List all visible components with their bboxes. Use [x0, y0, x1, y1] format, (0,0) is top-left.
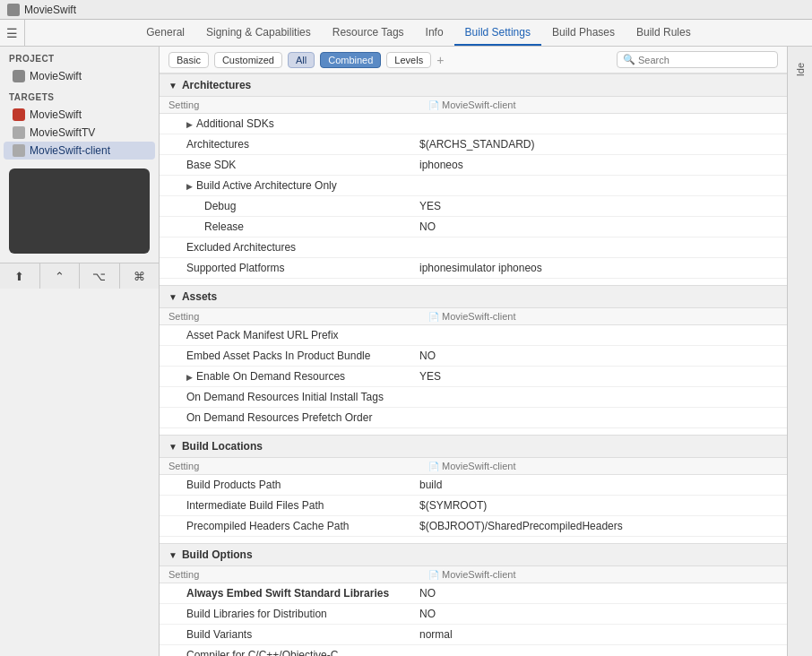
target-doc-icon: 📄	[428, 100, 439, 110]
table-row[interactable]: Build Variantsnormal	[160, 625, 787, 645]
expand-icon: ▶	[186, 373, 193, 382]
sidebar-preview	[9, 168, 150, 254]
setting-value-cell: iphoneos	[410, 155, 787, 176]
top-nav: ☰ GeneralSigning & CapabilitiesResource …	[0, 20, 812, 47]
table-row[interactable]: Asset Pack Manifest URL Prefix	[160, 325, 787, 346]
setting-value-cell	[410, 645, 787, 657]
tab-resource-tags[interactable]: Resource Tags	[322, 20, 415, 46]
setting-name-cell: Excluded Architectures	[160, 237, 410, 258]
table-row[interactable]: ▶Additional SDKs	[160, 114, 787, 134]
settings-table: ▼ArchitecturesSetting📄MovieSwift-client▶…	[160, 73, 787, 656]
col-header-architectures: Setting📄MovieSwift-client	[160, 97, 787, 114]
setting-name-cell: Release	[160, 217, 410, 237]
sidebar-item-project[interactable]: MovieSwift	[4, 67, 155, 85]
table-row[interactable]: Build Products Pathbuild	[160, 475, 787, 496]
title-bar: MovieSwift	[0, 0, 812, 20]
customized-filter-button[interactable]: Customized	[214, 52, 282, 68]
combined-filter-button[interactable]: Combined	[320, 52, 381, 68]
nav-toggle-button[interactable]: ☰	[0, 20, 25, 46]
table-row[interactable]: Precompiled Headers Cache Path$(OBJROOT)…	[160, 516, 787, 537]
setting-value-cell	[410, 237, 787, 258]
col-target-label: 📄MovieSwift-client	[410, 308, 787, 325]
setting-value-cell	[410, 325, 787, 346]
setting-name-cell: Build Libraries for Distribution	[160, 604, 410, 625]
table-row[interactable]: Compiler for C/C++/Objective-C	[160, 645, 787, 657]
tab-general[interactable]: General	[135, 20, 195, 46]
setting-value-cell: NO	[410, 217, 787, 237]
table-row[interactable]: Build Libraries for DistributionNO	[160, 604, 787, 625]
section-triangle-icon: ▼	[168, 292, 177, 302]
tab-build-phases[interactable]: Build Phases	[541, 20, 626, 46]
sidebar-item-label-0: MovieSwift	[30, 108, 82, 121]
sidebar-ctrl-3[interactable]: ⌘	[120, 263, 160, 289]
sidebar-ctrl-1[interactable]: ⌃	[40, 263, 81, 289]
sidebar-ctrl-0[interactable]: ⬆	[0, 263, 40, 289]
table-row[interactable]: DebugYES	[160, 196, 787, 217]
content-area: Basic Customized All Combined Levels + 🔍…	[160, 47, 787, 656]
basic-filter-button[interactable]: Basic	[168, 52, 209, 68]
setting-name-cell: ▶Enable On Demand Resources	[160, 367, 410, 387]
project-icon	[13, 70, 25, 82]
setting-name-cell: Debug	[160, 196, 410, 217]
right-panel: Ide	[787, 47, 812, 656]
setting-name-cell: ▶Build Active Architecture Only	[160, 176, 410, 196]
table-row[interactable]: Intermediate Build Files Path$(SYMROOT)	[160, 496, 787, 516]
all-filter-button[interactable]: All	[288, 52, 315, 68]
sidebar-item-target-1[interactable]: MovieSwiftTV	[4, 124, 155, 142]
section-triangle-icon: ▼	[168, 81, 177, 91]
setting-value-cell	[410, 408, 787, 428]
table-row[interactable]: Architectures$(ARCHS_STANDARD)	[160, 134, 787, 155]
sidebar-item-label-1: MovieSwiftTV	[30, 126, 95, 139]
col-setting-label: Setting	[160, 308, 410, 325]
section-header-assets[interactable]: ▼Assets	[160, 286, 787, 308]
add-setting-button[interactable]: +	[436, 53, 444, 67]
table-row[interactable]: ▶Build Active Architecture Only	[160, 176, 787, 196]
col-setting-label: Setting	[160, 458, 410, 475]
target-doc-icon: 📄	[428, 462, 439, 471]
setting-value-cell: NO	[410, 604, 787, 625]
tab-info[interactable]: Info	[415, 20, 454, 46]
levels-filter-button[interactable]: Levels	[386, 52, 431, 68]
setting-name-cell: Architectures	[160, 134, 410, 155]
setting-name-cell: Build Products Path	[160, 475, 410, 496]
tab-build-rules[interactable]: Build Rules	[626, 20, 702, 46]
sidebar-ctrl-2[interactable]: ⌥	[80, 263, 120, 289]
setting-name-cell: Asset Pack Manifest URL Prefix	[160, 325, 410, 346]
table-row[interactable]: Excluded Architectures	[160, 237, 787, 258]
section-header-architectures[interactable]: ▼Architectures	[160, 74, 787, 97]
setting-value-cell: $(SYMROOT)	[410, 496, 787, 516]
setting-value-cell: $(OBJROOT)/SharedPrecompiledHeaders	[410, 516, 787, 537]
project-section-label: PROJECT	[0, 47, 159, 67]
section-header-build-options[interactable]: ▼Build Options	[160, 544, 787, 566]
col-header-build-locations: Setting📄MovieSwift-client	[160, 458, 787, 475]
tab-build-settings[interactable]: Build Settings	[454, 20, 541, 46]
setting-name-cell: Intermediate Build Files Path	[160, 496, 410, 516]
sidebar-targets: MovieSwiftMovieSwiftTVMovieSwift-client	[0, 106, 159, 160]
table-row[interactable]: On Demand Resources Initial Install Tags	[160, 387, 787, 408]
target-doc-icon: 📄	[428, 570, 439, 580]
sidebar-item-target-2[interactable]: MovieSwift-client	[4, 142, 155, 160]
sidebar-item-target-0[interactable]: MovieSwift	[4, 106, 155, 124]
table-row[interactable]: Base SDKiphoneos	[160, 155, 787, 176]
expand-icon: ▶	[186, 120, 193, 129]
sidebar-controls: ⬆⌃⌥⌘	[0, 263, 159, 289]
table-row[interactable]: ReleaseNO	[160, 217, 787, 237]
tab-signing[interactable]: Signing & Capabilities	[195, 20, 322, 46]
setting-name-cell: Base SDK	[160, 155, 410, 176]
search-input[interactable]	[638, 55, 772, 65]
table-row[interactable]: Always Embed Swift Standard LibrariesNO	[160, 583, 787, 604]
table-row[interactable]: Embed Asset Packs In Product BundleNO	[160, 346, 787, 367]
setting-value-cell: normal	[410, 625, 787, 645]
col-header-assets: Setting📄MovieSwift-client	[160, 308, 787, 325]
section-header-build-locations[interactable]: ▼Build Locations	[160, 436, 787, 458]
setting-name-cell: On Demand Resources Prefetch Order	[160, 408, 410, 428]
table-row[interactable]: On Demand Resources Prefetch Order	[160, 408, 787, 428]
nav-tabs: GeneralSigning & CapabilitiesResource Ta…	[25, 20, 812, 46]
settings-scroll[interactable]: ▼ArchitecturesSetting📄MovieSwift-client▶…	[160, 73, 787, 656]
search-icon: 🔍	[623, 54, 635, 65]
table-row[interactable]: Supported Platformsiphonesimulator iphon…	[160, 258, 787, 279]
app-icon	[13, 108, 25, 121]
search-box[interactable]: 🔍	[617, 51, 778, 68]
col-target-label: 📄MovieSwift-client	[410, 566, 787, 583]
table-row[interactable]: ▶Enable On Demand ResourcesYES	[160, 367, 787, 387]
